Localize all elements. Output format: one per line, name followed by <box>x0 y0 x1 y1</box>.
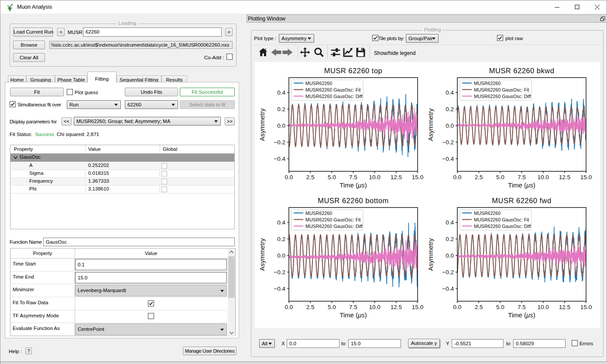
svg-text:−0.2: −0.2 <box>442 139 454 146</box>
svg-text:MUSR62260: MUSR62260 <box>474 81 501 86</box>
svg-text:Asymmetry: Asymmetry <box>258 238 266 271</box>
svg-text:15.0: 15.0 <box>412 304 423 310</box>
svg-text:Asymmetry: Asymmetry <box>427 108 434 141</box>
svg-text:MUSR62260 GausOsc: Fit: MUSR62260 GausOsc: Fit <box>305 87 361 92</box>
svg-text:12.5: 12.5 <box>391 174 402 180</box>
svg-text:0.4: 0.4 <box>446 219 454 226</box>
svg-text:MUSR62260 GausOsc: Fit: MUSR62260 GausOsc: Fit <box>474 217 529 222</box>
svg-text:−0.2: −0.2 <box>274 139 285 146</box>
svg-text:−0.2: −0.2 <box>274 269 285 276</box>
svg-text:Time (μs): Time (μs) <box>508 311 535 319</box>
svg-text:2.5: 2.5 <box>306 174 315 180</box>
svg-text:0.0: 0.0 <box>446 122 454 129</box>
svg-text:MUSR62260 GausOsc: Diff: MUSR62260 GausOsc: Diff <box>305 94 363 99</box>
svg-text:10.0: 10.0 <box>538 304 549 310</box>
svg-text:0.2: 0.2 <box>446 106 454 112</box>
svg-text:MUSR62260: MUSR62260 <box>474 211 501 216</box>
svg-text:0.0: 0.0 <box>446 252 454 259</box>
svg-text:2.5: 2.5 <box>306 304 315 310</box>
svg-text:5.0: 5.0 <box>496 174 504 180</box>
svg-text:15.0: 15.0 <box>412 174 423 180</box>
svg-text:0.4: 0.4 <box>277 219 285 226</box>
svg-text:10.0: 10.0 <box>369 174 381 180</box>
svg-text:Asymmetry: Asymmetry <box>258 108 266 141</box>
svg-text:MUSR62260 GausOsc: Diff: MUSR62260 GausOsc: Diff <box>305 224 363 229</box>
svg-text:0.0: 0.0 <box>285 174 293 180</box>
svg-text:MUSR62260: MUSR62260 <box>305 211 332 216</box>
svg-text:Asymmetry: Asymmetry <box>427 238 434 271</box>
svg-text:MUSR62260 GausOsc: Diff: MUSR62260 GausOsc: Diff <box>474 94 531 99</box>
svg-text:−0.4: −0.4 <box>442 286 454 292</box>
svg-text:0.0: 0.0 <box>453 174 462 180</box>
svg-text:10.0: 10.0 <box>369 304 381 310</box>
svg-text:0.0: 0.0 <box>277 122 285 129</box>
svg-text:7.5: 7.5 <box>349 174 357 180</box>
svg-text:−0.4: −0.4 <box>274 286 285 292</box>
svg-text:MUSR62260 GausOsc: Diff: MUSR62260 GausOsc: Diff <box>474 224 531 229</box>
svg-text:MUSR 62260 bkwd: MUSR 62260 bkwd <box>489 67 555 75</box>
svg-text:−0.4: −0.4 <box>442 156 454 162</box>
svg-text:MUSR62260: MUSR62260 <box>305 81 332 86</box>
svg-text:15.0: 15.0 <box>580 304 592 310</box>
svg-text:7.5: 7.5 <box>518 174 526 180</box>
svg-text:MUSR 62260 fwd: MUSR 62260 fwd <box>492 197 551 204</box>
svg-text:0.2: 0.2 <box>277 236 285 242</box>
svg-text:0.2: 0.2 <box>446 236 454 242</box>
svg-text:Time (μs): Time (μs) <box>340 311 367 319</box>
svg-text:10.0: 10.0 <box>538 174 549 180</box>
svg-text:0.2: 0.2 <box>277 106 285 112</box>
svg-text:5.0: 5.0 <box>328 174 336 180</box>
svg-text:0.4: 0.4 <box>277 89 285 96</box>
svg-text:0.4: 0.4 <box>446 89 454 96</box>
svg-text:2.5: 2.5 <box>475 304 483 310</box>
svg-text:5.0: 5.0 <box>496 304 504 310</box>
svg-text:12.5: 12.5 <box>559 304 570 310</box>
svg-text:MUSR62260 GausOsc: Fit: MUSR62260 GausOsc: Fit <box>474 87 529 92</box>
svg-text:MUSR62260 GausOsc: Fit: MUSR62260 GausOsc: Fit <box>305 217 361 222</box>
svg-text:0.0: 0.0 <box>285 304 293 310</box>
svg-text:MUSR 62260 top: MUSR 62260 top <box>324 67 383 75</box>
svg-text:15.0: 15.0 <box>580 174 592 180</box>
svg-text:−0.2: −0.2 <box>442 269 454 276</box>
svg-text:Time (μs): Time (μs) <box>508 181 535 189</box>
svg-text:12.5: 12.5 <box>559 174 570 180</box>
svg-text:0.0: 0.0 <box>453 304 462 310</box>
svg-text:7.5: 7.5 <box>518 304 526 310</box>
svg-text:MUSR 62260 bottom: MUSR 62260 bottom <box>318 197 389 204</box>
svg-text:2.5: 2.5 <box>475 174 483 180</box>
svg-text:7.5: 7.5 <box>349 304 357 310</box>
svg-text:−0.4: −0.4 <box>274 156 285 162</box>
svg-text:0.0: 0.0 <box>277 252 285 259</box>
svg-text:5.0: 5.0 <box>328 304 336 310</box>
svg-text:Time (μs): Time (μs) <box>340 181 367 189</box>
svg-text:12.5: 12.5 <box>391 304 402 310</box>
